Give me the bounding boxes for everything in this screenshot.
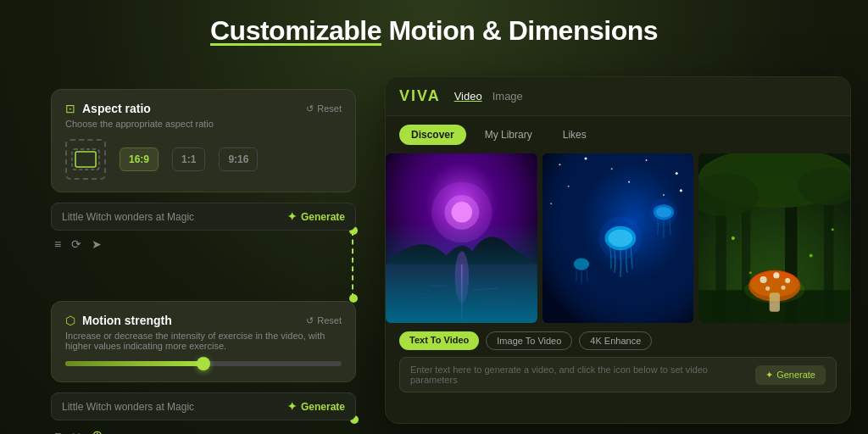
svg-point-24 [679, 189, 682, 192]
action-tab-4k[interactable]: 4K Enhance [579, 331, 652, 350]
aspect-916-btn[interactable]: 9:16 [219, 147, 258, 171]
viva-image-grid [386, 153, 850, 323]
motion-strength-card: ⬡ Motion strength ↺ Reset Increase or de… [51, 301, 356, 382]
viva-nav-image[interactable]: Image [492, 90, 523, 103]
title-rest: Motion & Dimensions [381, 15, 658, 46]
prompt-text-1: Little Witch wonders at Magic [62, 211, 287, 223]
svg-rect-1 [75, 152, 96, 167]
svg-line-11 [472, 288, 498, 290]
generate-icon-1: ✦ [287, 210, 297, 223]
aspect-icon: ⊡ [65, 102, 75, 115]
svg-point-53 [810, 253, 813, 257]
prompt-input-1[interactable]: Little Witch wonders at Magic ✦ Generate [51, 203, 356, 231]
viva-panel: VIVA Video Image Discover My Library Lik… [385, 76, 851, 424]
svg-point-19 [645, 159, 647, 161]
image-jellyfish [542, 153, 694, 323]
tab-my-library[interactable]: My Library [473, 125, 544, 145]
viva-nav-video[interactable]: Video [454, 90, 482, 103]
svg-point-25 [550, 203, 552, 204]
link-icon[interactable]: ⟳ [71, 237, 81, 251]
motion-subtitle: Increase or decrease the intensity of ex… [65, 331, 342, 351]
arrow-icon[interactable]: ➤ [92, 237, 102, 251]
tab-likes[interactable]: Likes [551, 125, 598, 145]
aspect-title: Aspect ratio [82, 102, 151, 115]
generate-icon-2: ✦ [287, 400, 297, 413]
action-tab-image-to-video[interactable]: Image To Video [486, 331, 572, 350]
reset-icon: ↺ [306, 103, 314, 114]
svg-point-31 [598, 216, 642, 259]
svg-point-17 [584, 158, 587, 160]
slider-fill [65, 361, 203, 366]
action-tab-text-to-video[interactable]: Text To Video [399, 331, 479, 350]
svg-point-54 [749, 271, 752, 274]
reset-icon-2: ↺ [306, 315, 314, 326]
viva-nav: Video Image [454, 90, 523, 103]
aspect-11-btn[interactable]: 1:1 [172, 147, 205, 171]
viva-prompt-text: Enter text here to generate a video, and… [410, 364, 755, 385]
tab-discover[interactable]: Discover [399, 125, 466, 145]
viva-logo: VIVA [399, 87, 441, 105]
settings-icon[interactable]: ≡ [54, 237, 61, 251]
image-mushroom [698, 153, 850, 323]
aspect-169-btn[interactable]: 16:9 [120, 147, 159, 171]
svg-rect-7 [386, 264, 537, 323]
tools-row-2: ≡ ⚯ ⊕ [51, 427, 356, 434]
title-highlight: Customizable [210, 15, 381, 46]
motion-slider[interactable] [65, 361, 342, 366]
svg-point-51 [744, 277, 804, 303]
svg-point-52 [732, 236, 735, 240]
motion-title: Motion strength [82, 314, 172, 327]
svg-point-20 [675, 172, 677, 175]
svg-line-12 [412, 297, 438, 298]
prompt-input-2[interactable]: Little Witch wonders at Magic ✦ Generate [51, 392, 356, 420]
viva-generate-btn[interactable]: ✦ Generate [755, 365, 826, 385]
viva-tabs: Discover My Library Likes [386, 116, 850, 153]
aspect-options: 16:9 1:1 9:16 [65, 139, 342, 180]
settings-icon-2[interactable]: ≡ [54, 429, 61, 435]
aspect-ratio-card: ⊡ Aspect ratio ↺ Reset Choose the approp… [51, 89, 356, 192]
slider-track [65, 361, 342, 366]
prompt-text-2: Little Witch wonders at Magic [62, 401, 287, 413]
svg-line-13 [481, 302, 515, 303]
svg-point-8 [455, 251, 469, 303]
generate-btn-1[interactable]: ✦ Generate [287, 210, 345, 223]
svg-point-30 [573, 258, 588, 270]
motion-reset-btn[interactable]: ↺ Reset [306, 315, 342, 326]
svg-point-32 [649, 198, 677, 226]
viva-header: VIVA Video Image [386, 77, 850, 116]
svg-point-18 [610, 168, 612, 170]
svg-point-6 [431, 182, 492, 242]
viva-bottom-toolbar: Text To Video Image To Video 4K Enhance … [386, 323, 850, 401]
generate-btn-2[interactable]: ✦ Generate [287, 400, 345, 413]
aspect-subtitle: Choose the appropriate aspect ratio [65, 119, 342, 129]
viva-prompt-bar[interactable]: Enter text here to generate a video, and… [399, 357, 837, 392]
motion-icon: ⬡ [65, 314, 75, 327]
page-title: Customizable Motion & Dimensions [0, 15, 868, 47]
svg-point-55 [832, 228, 834, 231]
aspect-preview-box [65, 139, 106, 180]
plus-icon[interactable]: ⊕ [92, 427, 103, 434]
tools-row-1: ≡ ⟳ ➤ [51, 237, 356, 251]
page-title-bar: Customizable Motion & Dimensions [0, 15, 868, 47]
aspect-reset-btn[interactable]: ↺ Reset [306, 103, 342, 114]
svg-point-22 [628, 181, 630, 183]
svg-point-23 [663, 194, 665, 196]
slider-thumb[interactable] [197, 357, 210, 370]
svg-rect-3 [386, 153, 537, 323]
svg-point-16 [559, 164, 560, 165]
svg-point-21 [567, 186, 569, 187]
link-icon-2[interactable]: ⚯ [71, 429, 81, 435]
viva-action-tabs: Text To Video Image To Video 4K Enhance [399, 331, 837, 350]
viva-gen-icon: ✦ [765, 370, 773, 381]
image-purple-lake [386, 153, 537, 323]
